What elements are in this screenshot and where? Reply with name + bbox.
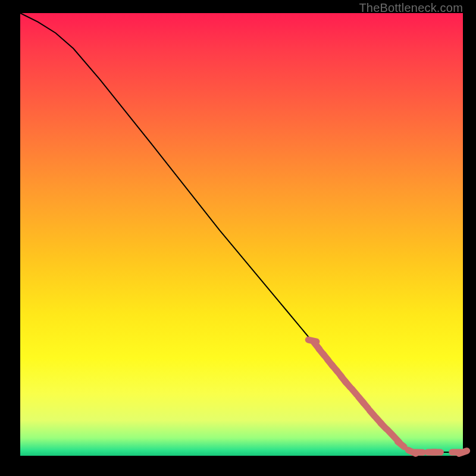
marker-group [308, 340, 466, 453]
bottleneck-curve [20, 13, 463, 452]
curve-marker [363, 402, 368, 409]
chart-frame: TheBottleneck.com [0, 0, 476, 476]
curve-marker [397, 441, 404, 447]
curve-svg [20, 13, 463, 456]
curve-marker [459, 451, 466, 454]
curve-marker [352, 389, 357, 396]
plot-area [20, 13, 463, 456]
